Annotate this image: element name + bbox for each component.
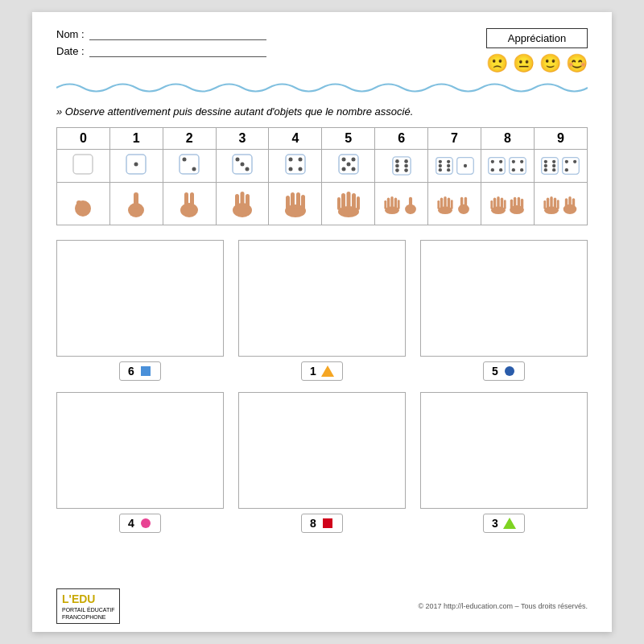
svg-rect-66 [235, 194, 239, 208]
hand-3 [216, 183, 269, 225]
svg-point-32 [447, 164, 450, 167]
svg-point-55 [565, 160, 568, 163]
svg-rect-116 [568, 196, 571, 208]
svg-point-38 [491, 160, 494, 163]
logo-ledu: L'EDU [62, 592, 114, 606]
svg-point-7 [236, 158, 240, 162]
date-label: Date : [56, 45, 85, 57]
svg-point-44 [520, 160, 523, 163]
reference-table: 0 1 2 3 4 5 6 7 8 9 [56, 127, 588, 225]
svg-point-31 [438, 164, 441, 167]
num-7: 7 [428, 128, 481, 150]
svg-rect-105 [514, 197, 516, 208]
svg-point-57 [565, 168, 568, 171]
drawing-label-2: 1 [301, 361, 343, 381]
svg-point-94 [458, 204, 469, 214]
dice-8 [481, 150, 535, 183]
svg-point-53 [552, 168, 555, 171]
svg-rect-90 [440, 197, 443, 208]
num-4: 4 [269, 128, 322, 150]
svg-point-52 [544, 168, 547, 171]
svg-point-48 [544, 160, 547, 163]
svg-point-36 [463, 164, 466, 167]
svg-point-49 [552, 160, 555, 163]
num-3: 3 [216, 128, 269, 150]
svg-rect-117 [572, 198, 575, 208]
svg-point-25 [404, 168, 408, 172]
dice-4 [269, 150, 322, 183]
svg-point-40 [491, 168, 494, 171]
number-5: 5 [492, 365, 498, 378]
emoji-neutral: 😐 [513, 53, 535, 74]
svg-rect-79 [357, 196, 360, 210]
hand-7 [428, 183, 481, 225]
svg-rect-37 [489, 158, 506, 175]
emoji-smile: 🙂 [539, 53, 561, 74]
svg-point-26 [395, 164, 399, 168]
svg-rect-82 [387, 197, 390, 208]
triangle-icon-yellow [321, 365, 334, 378]
drawing-box-3[interactable] [420, 240, 588, 357]
svg-point-27 [404, 164, 408, 168]
svg-rect-95 [460, 197, 463, 208]
svg-point-24 [395, 168, 399, 172]
emoji-sad: 🙁 [486, 53, 508, 74]
header: Nom : Date : Appréciation 🙁 😐 🙂 😊 [56, 28, 588, 74]
number-4: 4 [128, 517, 134, 530]
number-6: 6 [128, 365, 134, 378]
hand-row [57, 183, 588, 225]
drawing-box-5[interactable] [238, 392, 406, 509]
drawing-card-1: 6 [56, 240, 224, 381]
drawing-box-1[interactable] [56, 240, 224, 357]
svg-point-50 [544, 164, 547, 167]
svg-point-19 [341, 167, 345, 171]
dice-3 [216, 150, 269, 183]
drawing-box-2[interactable] [238, 240, 406, 357]
drawing-box-4[interactable] [56, 392, 224, 509]
number-1: 1 [310, 365, 316, 378]
num-2: 2 [163, 128, 216, 150]
svg-rect-115 [565, 198, 568, 208]
svg-point-14 [298, 167, 302, 171]
svg-rect-67 [241, 192, 245, 208]
nom-row: Nom : [56, 28, 486, 40]
svg-rect-98 [490, 200, 493, 209]
num-9: 9 [534, 128, 587, 150]
drawing-label-4: 4 [119, 514, 161, 533]
dice-7 [428, 150, 481, 183]
svg-point-39 [499, 160, 502, 163]
emoji-row: 🙁 😐 🙂 😊 [486, 53, 588, 74]
svg-point-13 [288, 167, 292, 171]
number-row: 0 1 2 3 4 5 6 7 8 9 [57, 128, 588, 150]
svg-rect-99 [493, 197, 496, 208]
num-0: 0 [57, 128, 110, 150]
hand-8 [481, 183, 535, 225]
svg-rect-64 [190, 192, 194, 208]
dice-0 [57, 150, 110, 183]
drawing-label-6: 3 [483, 514, 525, 533]
svg-rect-96 [464, 197, 467, 208]
drawing-card-6: 3 [420, 392, 588, 533]
svg-marker-119 [321, 365, 334, 377]
svg-rect-71 [291, 192, 295, 209]
svg-rect-73 [301, 195, 305, 209]
drawing-box-6[interactable] [420, 392, 588, 509]
appreciation-section: Appréciation 🙁 😐 🙂 😊 [486, 28, 588, 74]
svg-point-62 [180, 203, 198, 217]
svg-rect-122 [323, 518, 332, 528]
appreciation-label: Appréciation [508, 32, 566, 44]
svg-rect-75 [337, 197, 341, 210]
circle-icon-blue [503, 365, 516, 378]
svg-point-9 [246, 167, 250, 171]
svg-rect-3 [180, 155, 199, 174]
date-row: Date : [56, 45, 486, 57]
svg-rect-72 [296, 192, 300, 209]
svg-point-29 [438, 160, 441, 163]
svg-rect-93 [451, 200, 453, 209]
svg-point-121 [141, 518, 151, 528]
drawing-label-5: 8 [301, 514, 343, 533]
copyright-text: © 2017 http://l-education.com – Tous dro… [418, 602, 588, 610]
logo-box: L'EDU PORTAIL ÉDUCATIFFRANCOPHONE [56, 588, 120, 624]
svg-point-11 [288, 158, 292, 162]
svg-rect-104 [510, 200, 513, 209]
